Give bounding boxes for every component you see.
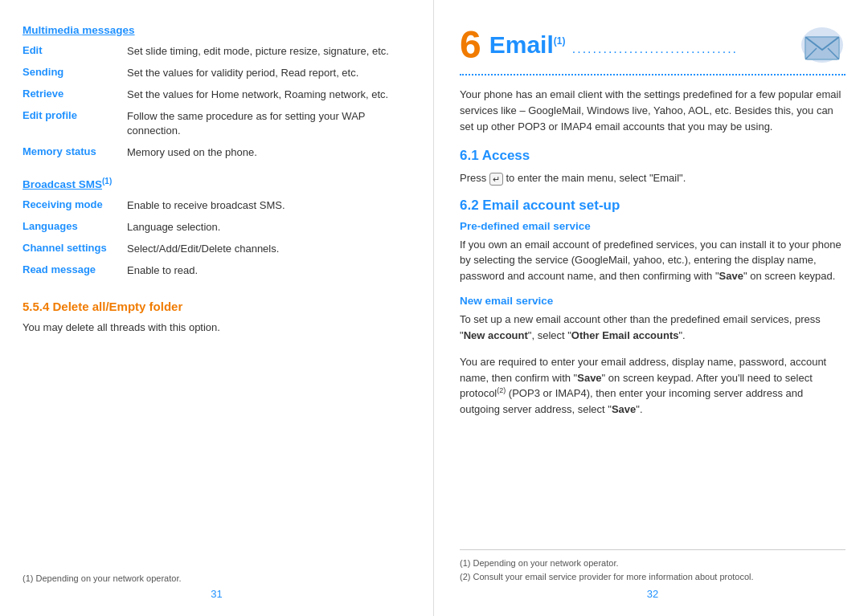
term-label: Retrieve bbox=[23, 88, 127, 100]
term-row: RetrieveSet the values for Home network,… bbox=[23, 88, 411, 103]
broadcast-superscript: (1) bbox=[102, 177, 112, 186]
right-page: 6 Email(1) .............................… bbox=[434, 0, 868, 616]
term-desc: Enable to read. bbox=[127, 263, 411, 279]
term-label: Sending bbox=[23, 66, 127, 78]
right-footnote-2: (2) Consult your email service provider … bbox=[460, 570, 845, 584]
protocol-sup: (2) bbox=[497, 386, 506, 394]
chapter-header: 6 Email(1) .............................… bbox=[460, 24, 845, 75]
term-row: Receiving modeEnable to receive broadcas… bbox=[23, 198, 411, 214]
section-61-post: to enter the main menu, select "Email". bbox=[506, 172, 686, 184]
predefined-heading: Pre-defined email service bbox=[460, 220, 845, 232]
left-footnote: (1) Depending on your network operator. … bbox=[23, 565, 411, 600]
new-save1: Save bbox=[577, 372, 601, 384]
new-save2: Save bbox=[612, 403, 636, 415]
term-row: Channel settingsSelect/Add/Edit/Delete c… bbox=[23, 242, 411, 257]
email-icon bbox=[799, 24, 845, 66]
left-page: Multimedia messages EditSet slide timing… bbox=[0, 0, 434, 616]
term-desc: Memory used on the phone. bbox=[127, 145, 411, 161]
left-footnote-text: (1) Depending on your network operator. bbox=[23, 573, 411, 583]
section-61-pre: Press bbox=[460, 172, 486, 184]
term-label: Memory status bbox=[23, 145, 127, 157]
term-row: Read messageEnable to read. bbox=[23, 263, 411, 279]
term-desc: Set slide timing, edit mode, picture res… bbox=[127, 44, 411, 59]
multimedia-messages-link[interactable]: Multimedia messages bbox=[23, 24, 411, 36]
term-desc: Set the values for validity period, Read… bbox=[127, 66, 411, 81]
section-62-heading: 6.2 Email account set-up bbox=[460, 198, 845, 214]
right-page-number: 32 bbox=[460, 588, 845, 600]
new-account-text: New account bbox=[464, 329, 528, 341]
broadcast-sms-link[interactable]: Broadcast SMS bbox=[23, 178, 102, 190]
right-footnotes: (1) Depending on your network operator. … bbox=[460, 549, 845, 600]
right-footnote-1: (1) Depending on your network operator. bbox=[460, 557, 845, 570]
chapter-dots: ................................ bbox=[572, 42, 738, 55]
term-label: Read message bbox=[23, 263, 127, 275]
section-61-body: Press ↵ to enter the main menu, select "… bbox=[460, 170, 845, 186]
subsection-554-heading: 5.5.4 Delete all/Empty folder bbox=[23, 300, 411, 313]
broadcast-terms-list: Receiving modeEnable to receive broadcas… bbox=[23, 198, 411, 278]
term-row: Memory statusMemory used on the phone. bbox=[23, 145, 411, 161]
term-desc: Enable to receive broadcast SMS. bbox=[127, 198, 411, 214]
term-label: Edit bbox=[23, 44, 127, 56]
menu-button: ↵ bbox=[489, 173, 503, 186]
multimedia-terms-list: EditSet slide timing, edit mode, picture… bbox=[23, 44, 411, 167]
term-row: LanguagesLanguage selection. bbox=[23, 220, 411, 235]
section-61-heading: 6.1 Access bbox=[460, 148, 845, 164]
new-email-body2: You are required to enter your email add… bbox=[460, 354, 845, 417]
term-desc: Language selection. bbox=[127, 220, 411, 235]
chapter-intro: Your phone has an email client with the … bbox=[460, 87, 845, 135]
term-label: Edit profile bbox=[23, 109, 127, 121]
chapter-superscript: (1) bbox=[554, 35, 566, 47]
delete-folder-section: 5.5.4 Delete all/Empty folder You may de… bbox=[23, 285, 411, 336]
subsection-554-body: You may delete all threads with this opt… bbox=[23, 320, 411, 336]
left-page-number: 31 bbox=[23, 588, 411, 600]
new-email-body1: To set up a new email account other than… bbox=[460, 312, 845, 343]
term-row: SendingSet the values for validity perio… bbox=[23, 66, 411, 81]
predefined-body: If you own an email account of predefine… bbox=[460, 237, 845, 284]
chapter-title-text: Email bbox=[489, 31, 554, 58]
chapter-number: 6 bbox=[460, 26, 481, 64]
chapter-title: Email(1) ...............................… bbox=[489, 31, 799, 59]
broadcast-sms-section: Broadcast SMS(1) Receiving modeEnable to… bbox=[23, 177, 411, 285]
term-row: Edit profileFollow the same procedure as… bbox=[23, 109, 411, 140]
predefined-save: Save bbox=[719, 270, 743, 282]
term-row: EditSet slide timing, edit mode, picture… bbox=[23, 44, 411, 59]
term-label: Receiving mode bbox=[23, 198, 127, 210]
term-label: Languages bbox=[23, 220, 127, 232]
other-accounts-text: Other Email accounts bbox=[571, 329, 679, 341]
term-label: Channel settings bbox=[23, 242, 127, 254]
term-desc: Follow the same procedure as for setting… bbox=[127, 109, 411, 140]
term-desc: Select/Add/Edit/Delete channels. bbox=[127, 242, 411, 257]
term-desc: Set the values for Home network, Roaming… bbox=[127, 88, 411, 103]
new-email-heading: New email service bbox=[460, 295, 845, 307]
